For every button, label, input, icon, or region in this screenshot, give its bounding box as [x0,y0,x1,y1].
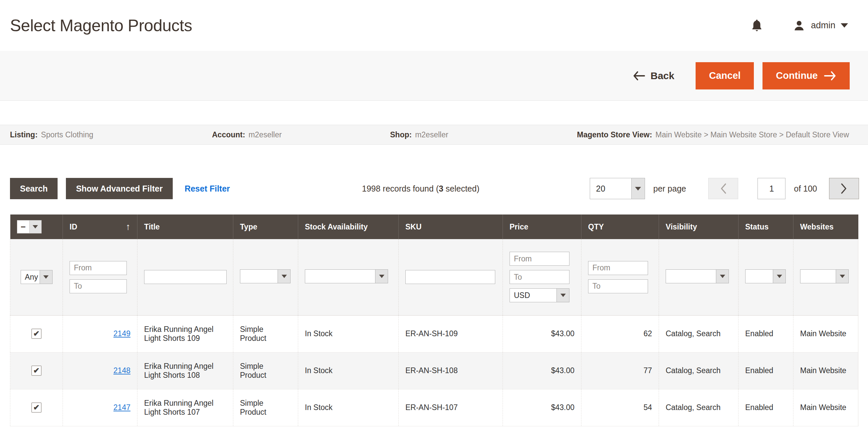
filter-stock-cell [298,239,399,315]
mass-select-dropdown-button[interactable] [29,221,41,233]
page-number-input[interactable] [757,178,785,199]
product-price: $43.00 [503,352,582,389]
title-filter-input[interactable] [144,270,227,284]
product-websites: Main Website [794,389,858,426]
product-title: Erika Running Angel Light Shorts 109 [137,315,233,352]
filter-status-cell [739,239,794,315]
per-page-value: 20 [590,178,631,199]
product-sku: ER-AN-SH-109 [399,315,503,352]
show-advanced-filter-button[interactable]: Show Advanced Filter [66,178,173,199]
user-menu[interactable]: admin [793,19,848,32]
currency-dropdown-button[interactable] [556,289,569,302]
products-grid: − ID ↑ Title Type Stock Availability SKU… [10,215,858,426]
websites-filter-select[interactable] [800,269,849,283]
mass-filter-select[interactable]: Any [21,270,53,284]
filter-websites-cell [794,239,858,315]
qty-to-input[interactable] [588,280,648,293]
row-checkbox[interactable] [31,365,41,376]
top-header: Select Magento Products admin [0,0,868,51]
mass-select-header: − [10,215,63,239]
product-qty: 54 [582,389,659,426]
grid-header-row: − ID ↑ Title Type Stock Availability SKU… [10,215,858,239]
status-filter-select[interactable] [745,269,786,283]
column-header-status[interactable]: Status [739,215,794,239]
user-name: admin [811,20,835,31]
product-id-link[interactable]: 2148 [114,366,130,375]
product-qty: 77 [582,352,659,389]
price-from-input[interactable] [509,252,569,266]
chevron-right-icon [840,183,848,194]
product-status: Enabled [739,389,794,426]
next-page-button[interactable] [829,178,859,199]
table-row: 2147 Erika Running Angel Light Shorts 10… [10,389,858,426]
sku-filter-input[interactable] [405,270,495,284]
mass-select-widget[interactable]: − [17,220,41,233]
filter-price-cell: USD [503,239,582,315]
product-visibility: Catalog, Search [659,315,739,352]
mass-filter-dropdown-button[interactable] [40,270,52,284]
row-checkbox[interactable] [31,402,41,413]
pagination-controls: 20 per page of 100 [590,178,859,199]
column-header-stock[interactable]: Stock Availability [298,215,399,239]
product-visibility: Catalog, Search [659,389,739,426]
id-to-input[interactable] [69,280,127,293]
stock-filter-dropdown-button[interactable] [375,270,388,283]
chevron-left-icon [719,183,727,194]
caret-down-icon [840,275,845,278]
reset-filter-link[interactable]: Reset Filter [185,184,230,194]
product-stock: In Stock [298,389,399,426]
websites-filter-dropdown-button[interactable] [836,270,848,283]
column-header-qty[interactable]: QTY [582,215,659,239]
stock-filter-select[interactable] [305,269,388,283]
context-account: Account: m2eseller [212,125,282,144]
product-sku: ER-AN-SH-107 [399,389,503,426]
row-checkbox[interactable] [31,329,41,339]
status-filter-dropdown-button[interactable] [773,270,785,283]
action-bar: Back Cancel Continue [0,51,868,101]
product-type: Simple Product [233,352,298,389]
mass-filter-value: Any [21,270,40,284]
column-header-id[interactable]: ID ↑ [63,215,137,239]
previous-page-button[interactable] [708,178,738,199]
type-filter-dropdown-button[interactable] [278,270,290,283]
back-label: Back [651,70,675,81]
type-filter-select[interactable] [240,269,290,283]
caret-down-icon [720,275,725,278]
column-header-sku[interactable]: SKU [399,215,503,239]
price-to-input[interactable] [509,270,569,284]
filter-type-cell [233,239,298,315]
column-header-type[interactable]: Type [233,215,298,239]
search-button[interactable]: Search [10,178,58,199]
per-page-select[interactable]: 20 [590,178,645,199]
filter-qty-cell [582,239,659,315]
cancel-button[interactable]: Cancel [695,62,754,90]
product-id-link[interactable]: 2149 [114,329,130,338]
product-visibility: Catalog, Search [659,352,739,389]
product-price: $43.00 [503,315,582,352]
continue-button[interactable]: Continue [763,62,850,90]
visibility-filter-select[interactable] [665,269,729,283]
page-title: Select Magento Products [10,16,192,35]
caret-down-icon [43,275,49,279]
sort-asc-icon: ↑ [126,222,130,232]
product-price: $43.00 [503,389,582,426]
currency-select[interactable]: USD [509,288,569,302]
grid-toolbar: Search Show Advanced Filter Reset Filter… [0,178,868,199]
back-button[interactable]: Back [633,70,675,81]
id-from-input[interactable] [69,261,127,275]
context-store-view: Magento Store View: Main Website > Main … [577,125,849,144]
visibility-filter-dropdown-button[interactable] [716,270,728,283]
column-header-websites[interactable]: Websites [794,215,858,239]
arrow-left-icon [633,71,645,81]
qty-from-input[interactable] [588,261,648,275]
context-listing: Listing: Sports Clothing [10,125,93,144]
column-header-price[interactable]: Price [503,215,582,239]
top-right-controls: admin [751,19,848,32]
product-type: Simple Product [233,315,298,352]
column-header-title[interactable]: Title [137,215,233,239]
product-id-link[interactable]: 2147 [114,403,130,412]
per-page-dropdown-button[interactable] [631,178,645,199]
column-header-visibility[interactable]: Visibility [659,215,739,239]
notifications-button[interactable] [751,19,763,32]
filter-visibility-cell [659,239,739,315]
